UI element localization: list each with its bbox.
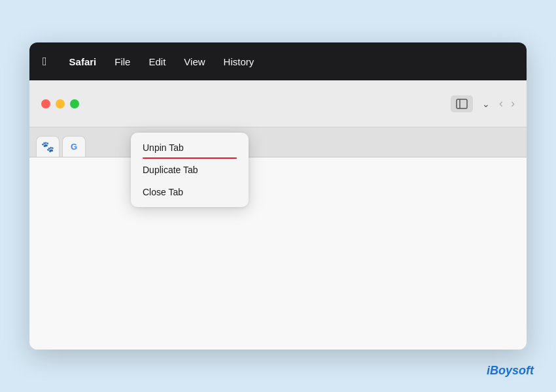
iboysoft-logo-text: iBoysoft	[487, 364, 534, 378]
content-area	[29, 157, 527, 350]
menu-file[interactable]: File	[114, 56, 130, 67]
context-menu-unpin-tab[interactable]: Unpin Tab	[131, 137, 249, 159]
chevron-down-icon[interactable]: ⌄	[482, 99, 490, 109]
navigation-arrows: ‹ ›	[499, 97, 515, 110]
sidebar-toggle-button[interactable]	[451, 95, 473, 112]
iboysoft-logo: iBoysoft	[487, 364, 534, 378]
pinned-tab-baidu[interactable]: 🐾	[36, 136, 60, 157]
menu-history[interactable]: History	[224, 56, 254, 67]
menu-edit[interactable]: Edit	[148, 56, 165, 67]
fullscreen-button[interactable]	[70, 99, 79, 108]
svg-rect-0	[457, 99, 467, 108]
tab-bar: 🐾 G Unpin Tab Duplicate Tab Close Tab	[29, 127, 527, 157]
browser-window:  Safari File Edit View History ⌄ ‹ › 🐾	[29, 42, 527, 350]
menu-view[interactable]: View	[184, 56, 205, 67]
apple-menu-icon[interactable]: 	[43, 55, 47, 69]
menu-safari[interactable]: Safari	[69, 56, 97, 67]
context-menu-close-tab[interactable]: Close Tab	[131, 181, 249, 203]
minimize-button[interactable]	[56, 99, 65, 108]
context-menu: Unpin Tab Duplicate Tab Close Tab	[131, 133, 249, 207]
toolbar: ⌄ ‹ ›	[29, 80, 527, 127]
baidu-tab-icon: 🐾	[41, 140, 54, 153]
sidebar-icon	[456, 99, 468, 109]
menu-bar:  Safari File Edit View History	[29, 42, 527, 80]
google-tab-icon: G	[71, 142, 77, 152]
forward-arrow-button[interactable]: ›	[511, 97, 515, 110]
traffic-lights	[41, 99, 79, 108]
pinned-tab-google[interactable]: G	[62, 136, 86, 157]
close-button[interactable]	[41, 99, 50, 108]
context-menu-duplicate-tab[interactable]: Duplicate Tab	[131, 159, 249, 181]
back-arrow-button[interactable]: ‹	[499, 97, 503, 110]
